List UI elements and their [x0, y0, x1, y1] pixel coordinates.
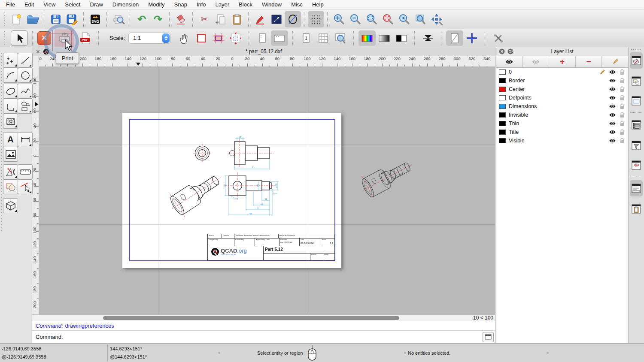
layer-color-swatch[interactable]	[499, 130, 506, 135]
layer-row[interactable]: 0	[496, 68, 628, 76]
hide-all-layers-button[interactable]	[523, 56, 550, 67]
modify-tool-button[interactable]	[3, 164, 18, 179]
cut-button[interactable]: ✂	[196, 11, 213, 27]
lock-icon[interactable]	[620, 78, 625, 84]
scale-select[interactable]: 1:1	[128, 33, 170, 44]
zoom-out-button[interactable]	[347, 11, 364, 27]
menu-snap[interactable]: Snap	[174, 1, 187, 8]
visibility-eye-icon[interactable]	[609, 78, 616, 83]
zoom-in-button[interactable]	[331, 11, 347, 27]
polyline-tool-button[interactable]	[3, 99, 18, 114]
pdf-export-button[interactable]: PDF	[77, 30, 94, 46]
measure-tool-button[interactable]	[18, 164, 33, 179]
image-tool-button[interactable]	[3, 147, 18, 162]
layer-color-swatch[interactable]	[499, 138, 506, 143]
menu-file[interactable]: File	[6, 1, 15, 8]
layer-row[interactable]: Defpoints	[496, 94, 628, 102]
portrait-button[interactable]	[254, 30, 271, 46]
show-all-layers-button[interactable]	[496, 56, 523, 67]
black-white-button[interactable]	[393, 30, 410, 46]
menu-view[interactable]: View	[43, 1, 55, 8]
dock-drag-handle[interactable]	[631, 49, 641, 50]
full-color-button[interactable]	[358, 30, 376, 46]
print-margins-button[interactable]	[210, 30, 227, 46]
delete-button[interactable]	[173, 11, 189, 27]
save-button[interactable]	[48, 11, 64, 27]
layer-color-swatch[interactable]	[499, 95, 506, 100]
layer-row[interactable]: Invisible	[496, 111, 628, 119]
visibility-eye-icon[interactable]	[609, 130, 616, 135]
dock-command-line-button[interactable]	[630, 180, 643, 196]
line-tool-button[interactable]	[18, 53, 33, 68]
layer-row[interactable]: Dimensions	[496, 102, 628, 111]
layer-row[interactable]: Center	[496, 85, 628, 94]
grayscale-button[interactable]	[376, 30, 393, 46]
drawing-canvas[interactable]: ⌀8 61	[39, 66, 495, 314]
layer-color-swatch[interactable]	[499, 121, 506, 126]
layer-color-swatch[interactable]	[499, 104, 506, 109]
menu-layer[interactable]: Layer	[216, 1, 230, 8]
menu-dimension[interactable]: Dimension	[112, 1, 139, 8]
open-file-button[interactable]	[24, 11, 41, 27]
horizontal-scrollbar[interactable]: 10 < 100	[32, 314, 495, 321]
dimension-tool-button[interactable]	[18, 132, 33, 147]
remove-layer-button[interactable]: −	[576, 56, 602, 67]
save-as-button[interactable]	[64, 11, 80, 27]
settings-button[interactable]	[490, 30, 507, 46]
svg-export-button[interactable]: SVG	[87, 11, 103, 27]
pan-button[interactable]	[429, 11, 445, 27]
panel-close-button[interactable]	[499, 48, 505, 54]
panel-float-button[interactable]	[507, 48, 513, 54]
visibility-eye-icon[interactable]	[609, 121, 616, 126]
center-offset-button[interactable]	[419, 30, 437, 46]
dock-clipboard-button[interactable]	[630, 201, 643, 217]
print-preview-button[interactable]	[110, 11, 127, 27]
crosshair-button[interactable]	[463, 30, 480, 46]
dock-selection-filter-button[interactable]	[630, 137, 643, 154]
lock-icon[interactable]	[620, 121, 625, 127]
paste-button[interactable]	[229, 11, 245, 27]
layer-color-swatch[interactable]	[499, 87, 506, 92]
visibility-eye-icon[interactable]	[609, 87, 616, 92]
lock-icon[interactable]	[620, 95, 625, 101]
lock-icon[interactable]	[620, 69, 625, 75]
command-input[interactable]	[66, 332, 483, 342]
menu-edit[interactable]: Edit	[24, 1, 34, 8]
lock-icon[interactable]	[620, 138, 625, 144]
auto-fit-page-button[interactable]	[227, 30, 244, 46]
lock-icon[interactable]	[620, 103, 625, 109]
grid-toggle-button[interactable]	[308, 11, 324, 27]
lock-icon[interactable]	[620, 129, 625, 135]
ellipse-tool-button[interactable]	[3, 84, 18, 99]
undo-button[interactable]: ↶	[134, 11, 150, 27]
menu-select[interactable]: Select	[65, 1, 80, 8]
multi-page-button[interactable]	[315, 30, 332, 46]
add-layer-button[interactable]: +	[549, 56, 576, 67]
scrollbar-thumb[interactable]	[103, 316, 399, 320]
selection-tool-button[interactable]	[11, 30, 28, 46]
dock-property-editor-button[interactable]	[630, 117, 643, 133]
visibility-eye-icon[interactable]	[609, 104, 616, 109]
pen-edit-button[interactable]	[252, 11, 268, 27]
landscape-button[interactable]	[271, 30, 288, 46]
point-tool-button[interactable]	[3, 53, 18, 68]
dock-command-widget-button[interactable]	[630, 157, 643, 173]
previous-view-button[interactable]	[396, 11, 413, 27]
auto-zoom-button[interactable]	[364, 11, 380, 27]
select-tool-button[interactable]	[18, 179, 33, 194]
dock-library-browser-button[interactable]	[630, 93, 643, 109]
layer-color-swatch[interactable]	[499, 69, 506, 75]
visibility-eye-icon[interactable]	[609, 138, 616, 143]
stepper-icon[interactable]	[162, 33, 170, 43]
menu-misc[interactable]: Misc	[291, 1, 303, 8]
lock-icon[interactable]	[620, 112, 625, 118]
text-tool-button[interactable]: A	[3, 132, 18, 147]
menu-info[interactable]: Info	[197, 1, 206, 8]
close-print-preview-button[interactable]: ✕	[37, 31, 51, 45]
lock-icon[interactable]	[620, 86, 625, 92]
palette-drag-handle[interactable]	[0, 53, 3, 233]
menu-window[interactable]: Window	[262, 1, 282, 8]
layer-row[interactable]: Title	[496, 128, 628, 136]
copy-button[interactable]	[213, 11, 229, 27]
solid-box-tool-button[interactable]	[3, 198, 18, 213]
